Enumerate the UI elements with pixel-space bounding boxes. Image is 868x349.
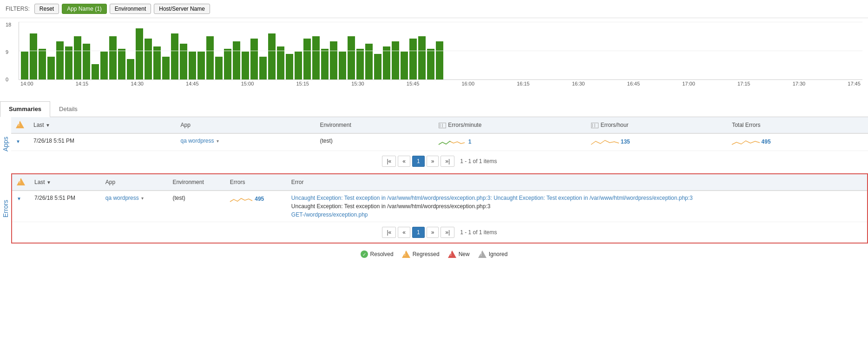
x-label-1545: 15:45 [407, 81, 420, 86]
errors-col-environment: Environment [168, 174, 225, 191]
errors-col-app: App [101, 174, 168, 191]
apps-row-environment: (test) [315, 133, 434, 151]
chart-bar [56, 41, 64, 80]
apps-table-row: 7/26/18 5:51 PM qa wordpress ▾ (test) 1 [11, 133, 868, 151]
apps-page-last[interactable]: »| [441, 156, 454, 167]
chart-bar [383, 46, 390, 80]
app-name-filter-button[interactable]: App Name (1) [62, 4, 107, 14]
x-label-1515: 15:15 [296, 81, 309, 86]
chart-bar [92, 64, 99, 79]
x-label-1715: 17:15 [737, 81, 750, 86]
chevron-down-icon[interactable] [16, 138, 22, 145]
apps-page-next[interactable]: » [427, 156, 439, 167]
chart-bar [356, 49, 364, 79]
apps-row-warning [11, 133, 29, 151]
chart-bar [242, 52, 249, 80]
apps-row-total-errors: 495 [727, 133, 868, 151]
chart-bar [215, 57, 223, 80]
apps-row-te-value: 495 [762, 138, 771, 145]
legend-resolved: ✓ Resolved [361, 250, 394, 258]
errors-page-last[interactable]: »| [441, 227, 454, 238]
filters-bar: FILTERS: Reset App Name (1) Environment … [0, 0, 868, 18]
apps-table-header-row: Last ▼ App Environment Errors/minute Err… [11, 117, 868, 133]
tab-details[interactable]: Details [50, 101, 86, 117]
chart-bar [136, 28, 143, 79]
chart-bar [312, 36, 320, 80]
errors-col-error: Error [287, 174, 867, 191]
x-label-1645: 16:45 [627, 81, 640, 86]
warning-icon [16, 120, 24, 129]
chart-bar [100, 52, 108, 80]
y-label-0: 0 [6, 77, 11, 82]
chart-bar [118, 49, 125, 79]
apps-section-wrapper: Apps Last ▼ App Environment Errors/m [0, 117, 868, 171]
apps-col-last[interactable]: Last ▼ [29, 117, 176, 133]
apps-page-prev[interactable]: « [398, 156, 410, 167]
x-label-1530: 15:30 [351, 81, 364, 86]
x-label-1630: 16:30 [572, 81, 585, 86]
errors-page-info: 1 - 1 of 1 items [460, 229, 497, 236]
errors-row-app: qa wordpress ▾ [101, 191, 168, 222]
apps-row-app-link[interactable]: qa wordpress [181, 138, 214, 144]
errors-col-last[interactable]: Last ▼ [30, 174, 101, 191]
reset-filter-button[interactable]: Reset [34, 4, 59, 14]
errors-table-header-row: Last ▼ App Environment Errors Error [12, 174, 867, 191]
chart-bar [233, 41, 240, 80]
errors-table: Last ▼ App Environment Errors Error 7/26… [12, 174, 867, 222]
errors-page-prev[interactable]: « [398, 227, 410, 238]
chart-bar [206, 36, 214, 80]
apps-table: Last ▼ App Environment Errors/minute Err… [11, 117, 868, 151]
errors-page-next[interactable]: » [427, 227, 439, 238]
new-icon [448, 250, 456, 258]
errors-row-error-link2[interactable]: GET-/wordpress/exception.php [291, 211, 368, 218]
regressed-icon [402, 250, 410, 258]
chart-bar [189, 52, 196, 80]
apps-page-first[interactable]: |« [382, 156, 396, 167]
errors-row-environment: (test) [168, 191, 225, 222]
errors-table-row: 7/26/18 5:51 PM qa wordpress ▾ (test) 49… [12, 191, 867, 222]
errors-section-content: Last ▼ App Environment Errors Error 7/26… [11, 173, 868, 244]
chart-bar [127, 59, 134, 79]
x-label-1615: 16:15 [517, 81, 530, 86]
errors-row-app-caret[interactable]: ▾ [141, 196, 144, 201]
chart-bar [259, 57, 267, 80]
errors-row-app-link[interactable]: qa wordpress [105, 195, 139, 201]
apps-col-app: App [176, 117, 316, 133]
apps-page-current[interactable]: 1 [412, 156, 425, 167]
legend-new: New [448, 250, 470, 258]
errors-per-hour-sparkline [591, 138, 619, 147]
chart-bar [303, 39, 311, 79]
errors-warning-icon [17, 178, 25, 186]
x-label-1700: 17:00 [682, 81, 695, 86]
apps-row-app-caret[interactable]: ▾ [217, 138, 219, 144]
chart-bar [47, 57, 55, 80]
y-label-9: 9 [6, 49, 11, 55]
errors-section-label: Errors [0, 171, 11, 245]
chart-bar [427, 49, 434, 79]
chart-bar [268, 33, 276, 79]
errors-chevron-down-icon[interactable] [17, 195, 23, 202]
x-label-1745: 17:45 [848, 81, 861, 86]
errors-row-error-text: Uncaught Exception: Test exception in /v… [291, 203, 862, 210]
x-label-1500: 15:00 [241, 81, 254, 86]
chart-bar [277, 46, 284, 80]
chart-bar [153, 46, 161, 80]
errors-row-warning [12, 191, 30, 222]
errors-section-wrapper: Errors Last ▼ App Environment Errors Er [0, 171, 868, 245]
apps-col-environment: Environment [315, 117, 434, 133]
legend-regressed: Regressed [402, 250, 440, 258]
errors-page-first[interactable]: |« [382, 227, 396, 238]
errors-per-hour-chart-icon [591, 123, 598, 128]
chart-bar [409, 39, 417, 79]
environment-filter-button[interactable]: Environment [110, 4, 151, 14]
chart-bar [21, 52, 28, 80]
errors-row-error-link1[interactable]: Uncaught Exception: Test exception in /v… [291, 195, 862, 201]
y-label-18: 18 [6, 22, 11, 27]
x-label-1430: 14:30 [131, 81, 144, 86]
apps-col-total-errors: Total Errors [727, 117, 868, 133]
chart-bar [401, 52, 408, 80]
host-server-filter-button[interactable]: Host/Server Name [154, 4, 210, 14]
apps-col-errors-per-hour: Errors/hour [586, 117, 727, 133]
tab-summaries[interactable]: Summaries [0, 101, 50, 117]
errors-page-current[interactable]: 1 [412, 227, 425, 238]
